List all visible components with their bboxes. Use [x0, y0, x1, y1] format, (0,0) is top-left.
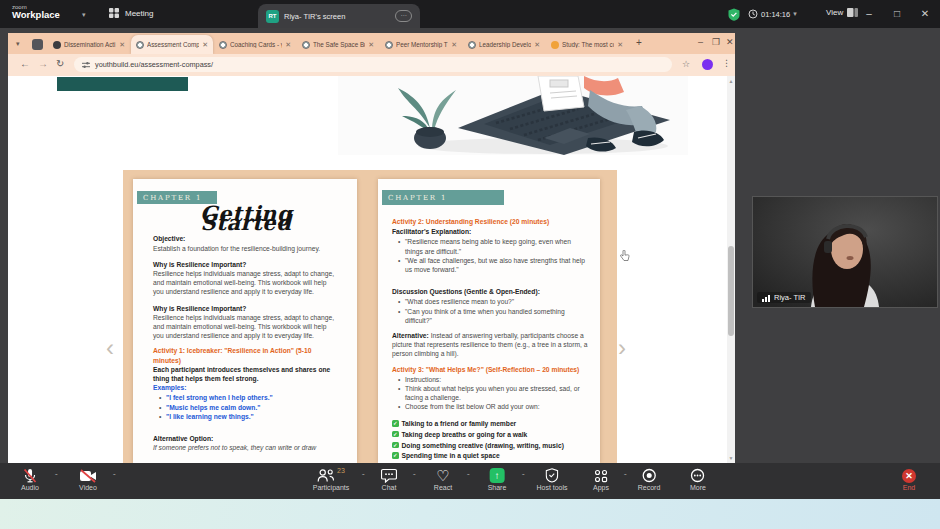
- browser-restore-button[interactable]: ❐: [712, 37, 720, 47]
- participants-count-badge: 23: [337, 467, 345, 474]
- apps-icon: [593, 467, 609, 484]
- checkbox-icon[interactable]: ✓: [392, 442, 399, 449]
- host-tools-button[interactable]: Host tools: [536, 467, 567, 491]
- chat-icon: [381, 467, 397, 484]
- apps-options-chevron[interactable]: ˆ: [624, 472, 627, 481]
- audio-button[interactable]: Audio: [21, 467, 39, 491]
- participants-icon: 23: [313, 467, 350, 484]
- minimize-button[interactable]: –: [858, 0, 880, 28]
- browser-tab[interactable]: Dissemination Acti ✕: [48, 35, 130, 54]
- maximize-button[interactable]: □: [886, 0, 908, 28]
- checkbox-icon[interactable]: ✓: [392, 431, 399, 438]
- video-options-chevron[interactable]: ˆ: [113, 472, 116, 481]
- browser-tab[interactable]: Study: The most co ✕: [546, 35, 628, 54]
- meeting-timer[interactable]: 01:14:16 ▾: [748, 9, 797, 19]
- bookmark-star-icon[interactable]: ☆: [682, 59, 690, 69]
- checkbox-icon[interactable]: ✓: [392, 452, 399, 459]
- close-tab-icon[interactable]: ✕: [119, 41, 125, 49]
- hand-cursor-icon: [620, 250, 630, 262]
- close-tab-icon[interactable]: ✕: [534, 41, 540, 49]
- checklist-item[interactable]: ✓Spending time in a quiet space: [392, 451, 588, 460]
- tab-options-icon[interactable]: ⋯: [395, 10, 412, 22]
- record-button[interactable]: Record: [638, 467, 661, 491]
- share-button[interactable]: ↑ Share: [488, 467, 507, 491]
- apps-button[interactable]: Apps: [593, 467, 609, 491]
- checklist-item[interactable]: ✓Talking to a friend or family member: [392, 419, 588, 428]
- security-shield-icon[interactable]: [728, 8, 740, 21]
- why-body: Resilience helps individuals manage stre…: [153, 269, 339, 297]
- chat-options-chevron[interactable]: ˆ: [413, 472, 416, 481]
- example-item: "Music helps me calm down.": [166, 403, 339, 412]
- close-button[interactable]: ✕: [914, 0, 936, 28]
- next-page-chevron[interactable]: ›: [618, 338, 626, 358]
- close-tab-icon[interactable]: ✕: [202, 41, 208, 49]
- instruction-point: Instructions:: [405, 375, 588, 384]
- browser-tab[interactable]: Leadership Develo ✕: [463, 35, 545, 54]
- activity1-heading: Activity 1: Icebreaker: "Resilience in A…: [153, 346, 339, 364]
- checklist-item[interactable]: ✓Doing something creative (drawing, writ…: [392, 441, 588, 450]
- chat-label: Chat: [381, 484, 397, 491]
- tab-group-icon[interactable]: [32, 39, 43, 50]
- meeting-icon: [108, 7, 120, 19]
- scroll-down-icon[interactable]: ▼: [728, 455, 734, 461]
- checkbox-icon[interactable]: ✓: [392, 420, 399, 427]
- browser-tab[interactable]: Peer Mentorship T ✕: [380, 35, 462, 54]
- forward-icon[interactable]: →: [38, 58, 48, 69]
- tab-meeting[interactable]: Meeting: [108, 7, 153, 19]
- participants-options-chevron[interactable]: ˆ: [362, 472, 365, 481]
- close-tab-icon[interactable]: ✕: [368, 41, 374, 49]
- favicon-icon: [53, 41, 61, 49]
- page-title: Getting Started: [153, 209, 339, 227]
- back-icon[interactable]: ←: [20, 58, 30, 69]
- webpage-content: CHAPTER 1 Getting Started Objective: Est…: [8, 76, 735, 463]
- close-tab-icon[interactable]: ✕: [285, 41, 291, 49]
- react-options-chevron[interactable]: ˆ: [467, 472, 470, 481]
- view-button[interactable]: View: [826, 8, 858, 17]
- shared-screen-tab-label: Riya- TIR's screen: [284, 12, 390, 21]
- close-tab-icon[interactable]: ✕: [617, 41, 623, 49]
- facilitator-point: "We all face challenges, but we also hav…: [405, 256, 588, 274]
- address-bar[interactable]: youthbuild.eu/assessment-compass/: [74, 57, 672, 72]
- page-header-button[interactable]: [57, 77, 188, 91]
- react-button[interactable]: ♡ React: [434, 467, 452, 491]
- browser-menu-icon[interactable]: ⋮: [722, 58, 731, 68]
- browser-tab-active[interactable]: Assessment Compa ✕: [131, 35, 213, 54]
- globe-favicon-icon: [385, 41, 393, 49]
- objective-heading: Objective:: [153, 234, 339, 243]
- chat-button[interactable]: Chat: [381, 467, 397, 491]
- why-body: Resilience helps individuals manage stre…: [153, 313, 339, 341]
- end-meeting-button[interactable]: ✕ End: [902, 467, 916, 491]
- discussion-point: "Can you think of a time when you handle…: [405, 307, 588, 325]
- participant-video-feed: [753, 197, 937, 307]
- tab-search-chevron-icon[interactable]: ▾: [16, 40, 20, 48]
- browser-close-button[interactable]: ✕: [726, 37, 734, 47]
- participants-button[interactable]: 23 Participants: [313, 467, 350, 491]
- audio-options-chevron[interactable]: ˆ: [55, 472, 58, 481]
- browser-tab[interactable]: The Safe Space Bui ✕: [297, 35, 379, 54]
- video-label: Video: [79, 484, 97, 491]
- video-button[interactable]: Video: [79, 467, 97, 491]
- site-settings-icon[interactable]: [82, 61, 90, 69]
- end-label: End: [902, 484, 916, 491]
- scrollbar-thumb[interactable]: [728, 246, 734, 336]
- alternative-heading: Alternative Option:: [153, 434, 339, 443]
- profile-avatar[interactable]: [702, 59, 713, 70]
- browser-window: ▾ Dissemination Acti ✕ Assessment Compa …: [8, 33, 735, 463]
- checklist-item[interactable]: ✓Taking deep breaths or going for a walk: [392, 430, 588, 439]
- reload-icon[interactable]: ↻: [56, 58, 64, 69]
- prev-page-chevron[interactable]: ‹: [106, 338, 114, 358]
- scroll-up-icon[interactable]: ▲: [728, 78, 734, 84]
- page-scrollbar[interactable]: ▲ ▼: [727, 76, 735, 463]
- tab-shared-screen[interactable]: RT Riya- TIR's screen ⋯: [258, 4, 420, 28]
- participant-video-tile[interactable]: Riya- TIR: [752, 196, 938, 308]
- tab-title: Study: The most co: [562, 41, 614, 48]
- browser-minimize-button[interactable]: –: [698, 37, 703, 47]
- example-item: "I like learning new things.": [166, 412, 339, 421]
- browser-tab[interactable]: Coaching Cards - y ✕: [214, 35, 296, 54]
- close-tab-icon[interactable]: ✕: [451, 41, 457, 49]
- chevron-down-icon[interactable]: ▾: [82, 11, 86, 19]
- share-options-chevron[interactable]: ˆ: [522, 472, 525, 481]
- brand-workplace: Workplace: [12, 10, 60, 20]
- new-tab-button[interactable]: +: [636, 37, 642, 48]
- more-button[interactable]: More: [690, 467, 706, 491]
